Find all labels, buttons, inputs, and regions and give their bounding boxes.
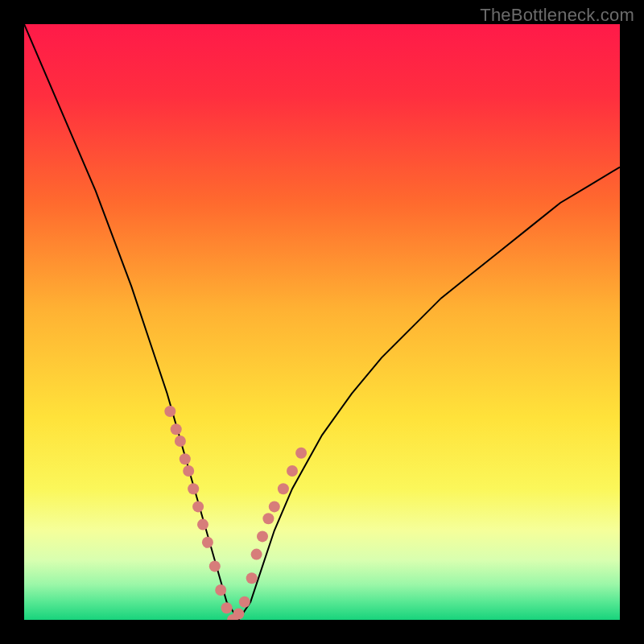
bead [215,584,226,596]
bead [251,549,262,560]
bead-markers [164,406,307,620]
bead [262,513,274,524]
outer-frame: TheBottleneck.com [0,0,644,644]
bead [164,406,175,417]
bead [171,423,182,435]
plot-area [24,24,620,620]
bottleneck-curve [24,24,620,620]
bead [202,537,213,548]
bead [246,572,258,584]
bead [233,609,244,620]
bead [287,465,298,477]
bead [197,519,208,530]
bead [239,597,250,608]
bead [188,483,199,494]
bead [295,448,307,459]
watermark-text: TheBottleneck.com [480,5,634,26]
bead [180,453,191,464]
bead [183,465,194,477]
bead [269,501,280,512]
bead [209,560,221,572]
bead [221,602,233,613]
bead [175,436,186,447]
bead [192,501,204,512]
bead [278,483,289,494]
curve-layer [24,24,620,620]
bead [257,530,268,542]
